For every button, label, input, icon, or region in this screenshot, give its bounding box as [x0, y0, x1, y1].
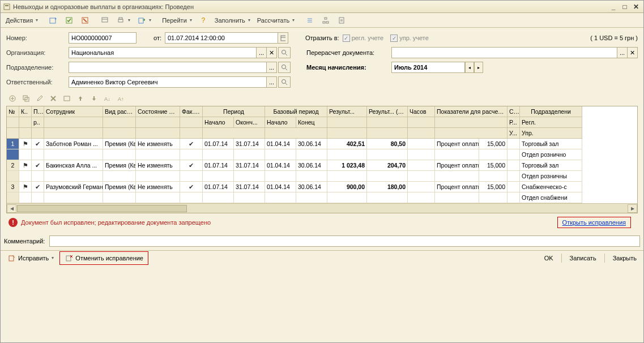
table-subrow[interactable]: Отдел снабжени: [7, 192, 582, 203]
tb-list-icon[interactable]: [302, 15, 317, 26]
close-button[interactable]: ✕: [631, 2, 641, 11]
col-u[interactable]: У...: [507, 128, 520, 139]
move-up-icon[interactable]: [75, 93, 86, 104]
cell-fact: ✔: [180, 160, 203, 171]
warning-text: Документ был исправлен; редактирование д…: [21, 219, 211, 226]
col-result-mgmt[interactable]: Результ... (упр.): [367, 106, 408, 117]
recalc-clear-button[interactable]: ✕: [628, 47, 638, 58]
recalc-select-button[interactable]: ...: [617, 47, 628, 58]
scroll-right-icon[interactable]: ▶: [628, 204, 637, 213]
svg-point-24: [282, 65, 286, 69]
col-fact[interactable]: Фак. про...: [180, 106, 203, 117]
table-row[interactable]: 2⚑✔Бакинская Алла ...Премия (Квар...Не и…: [7, 160, 582, 171]
cancel-fix-button[interactable]: Отменить исправление: [61, 252, 147, 264]
copy-row-icon[interactable]: [21, 93, 31, 104]
calc-menu[interactable]: Рассчитать: [254, 15, 297, 26]
row-number: 1: [7, 139, 19, 149]
warning-icon: !: [8, 218, 18, 227]
minimize-button[interactable]: _: [608, 2, 619, 11]
col-result[interactable]: Результ...: [327, 106, 367, 117]
write-button[interactable]: Записать: [566, 252, 600, 264]
dept-select-button[interactable]: ...: [267, 62, 277, 73]
scroll-left-icon[interactable]: ◀: [7, 204, 16, 213]
close-form-button[interactable]: Закрыть: [609, 252, 640, 264]
tb-post-icon[interactable]: [62, 15, 76, 26]
col-period-start[interactable]: Начало: [203, 117, 234, 128]
actions-menu[interactable]: Действия: [3, 15, 41, 26]
comment-input[interactable]: [49, 235, 640, 247]
col-employee[interactable]: Сотрудник: [44, 106, 103, 117]
cell-result: 1 023,48: [327, 160, 367, 171]
col-base-start[interactable]: Начало: [265, 117, 296, 128]
col-hours[interactable]: Часов: [408, 106, 435, 117]
date-input[interactable]: 01.07.2014 12:00:00: [165, 32, 278, 44]
maximize-button[interactable]: □: [620, 2, 630, 11]
table-row[interactable]: 1⚑✔Заботнов Роман ...Премия (Квар...Не и…: [7, 139, 582, 149]
resp-input[interactable]: Админенко Виктор Сергеевич: [69, 76, 267, 88]
tb-tree-icon[interactable]: [318, 15, 333, 26]
tb-help-icon[interactable]: ?: [196, 15, 211, 26]
col-s[interactable]: С...: [507, 106, 520, 117]
month-label: Месяц начисления:: [306, 64, 391, 71]
fill-menu[interactable]: Заполнить: [212, 15, 253, 26]
tb-basis-icon[interactable]: [134, 15, 154, 26]
tb-refresh-icon[interactable]: [46, 15, 61, 26]
col-upr[interactable]: Упр.: [520, 128, 582, 139]
fix-button[interactable]: Исправить: [4, 252, 57, 264]
dept-input[interactable]: [69, 62, 267, 73]
month-prev-button[interactable]: ◂: [465, 62, 474, 73]
table-subrow[interactable]: Отдел рознично: [7, 149, 582, 160]
dept-search-icon[interactable]: [278, 62, 291, 73]
move-down-icon[interactable]: [89, 93, 99, 104]
col-period-end[interactable]: Оконч...: [234, 117, 265, 128]
resp-select-button[interactable]: ...: [267, 76, 277, 88]
month-next-button[interactable]: ▸: [474, 62, 483, 73]
month-input[interactable]: Июль 2014: [391, 62, 465, 73]
col-p[interactable]: П а..: [32, 106, 44, 117]
add-row-icon[interactable]: [7, 93, 18, 104]
bottom-bar: Исправить Отменить исправление OK Записа…: [1, 250, 643, 265]
org-input[interactable]: Национальная: [69, 47, 257, 58]
tb-unpost-icon[interactable]: [78, 15, 92, 26]
cell-type: Премия (Квар...: [103, 160, 136, 171]
org-clear-button[interactable]: ✕: [267, 47, 277, 58]
tb-structure-icon[interactable]: [97, 15, 112, 26]
col-department[interactable]: Подразделени: [520, 106, 582, 117]
recalc-input[interactable]: [391, 47, 617, 58]
cell-indicator-val: 15,000: [479, 182, 507, 192]
col-indicators[interactable]: Показатели для расчета начисления: [435, 106, 507, 117]
col-base-period[interactable]: Базовый период: [265, 106, 327, 117]
org-select-button[interactable]: ...: [257, 47, 267, 58]
cell-s: [507, 139, 520, 149]
col-period[interactable]: Период: [203, 106, 265, 117]
number-label: Номер:: [6, 35, 69, 41]
scroll-thumb[interactable]: [17, 205, 187, 212]
edit-row-icon[interactable]: [35, 93, 45, 104]
col-calc-type[interactable]: Вид расче...: [103, 106, 136, 117]
col-r[interactable]: Р...: [507, 117, 520, 128]
svg-text:A↑: A↑: [118, 96, 124, 102]
col-k[interactable]: К..: [19, 106, 32, 117]
cell-employee: Бакинская Алла ...: [44, 160, 103, 171]
horizontal-scrollbar[interactable]: ◀ ▶: [7, 203, 637, 213]
resp-search-icon[interactable]: [278, 76, 291, 88]
date-calendar-icon[interactable]: [278, 32, 288, 44]
delete-row-icon[interactable]: [48, 93, 58, 104]
col-num[interactable]: №: [7, 106, 19, 117]
ok-button[interactable]: OK: [541, 252, 557, 264]
tb-calc-icon[interactable]: [334, 15, 349, 26]
org-search-icon[interactable]: [278, 47, 291, 58]
table-row[interactable]: 3⚑✔Разумовский Герман ...Премия (Квар...…: [7, 182, 582, 192]
sort-desc-icon[interactable]: A↑: [116, 93, 126, 104]
end-edit-icon[interactable]: [62, 93, 72, 104]
data-grid[interactable]: № К.. П а.. Сотрудник Вид расче... Состо…: [6, 106, 638, 213]
open-corrections-link[interactable]: Открыть исправления: [562, 219, 626, 226]
sort-asc-icon[interactable]: A↓: [103, 93, 113, 104]
col-worker-state[interactable]: Состояние работника: [136, 106, 180, 117]
tb-print-icon[interactable]: [113, 15, 133, 26]
navigate-menu[interactable]: Перейти: [159, 15, 195, 26]
number-input[interactable]: НО000000007: [69, 32, 137, 44]
table-subrow[interactable]: Отдел розничны: [7, 171, 582, 182]
col-base-end[interactable]: Конец: [296, 117, 327, 128]
col-regl[interactable]: Регл.: [520, 117, 582, 128]
